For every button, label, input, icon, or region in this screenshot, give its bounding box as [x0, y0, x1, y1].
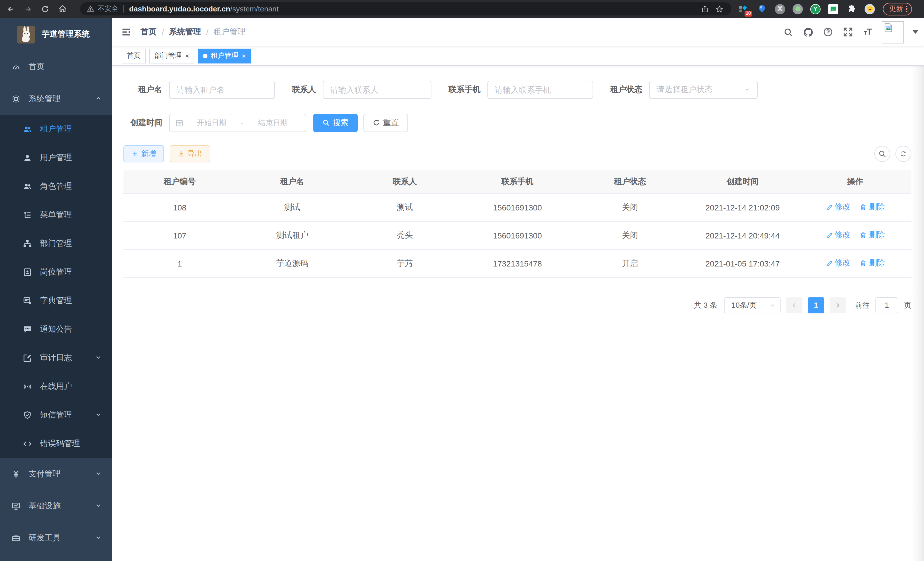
- fullscreen-icon[interactable]: [842, 26, 854, 38]
- font-size-icon[interactable]: [862, 26, 874, 38]
- edit-link[interactable]: 修改: [825, 258, 850, 268]
- cell-actions: 修改 删除: [799, 221, 911, 249]
- browser-update-button[interactable]: 更新: [883, 3, 912, 15]
- contact-label: 联系人: [292, 84, 316, 95]
- page-number-1[interactable]: 1: [808, 297, 824, 313]
- sidebar-item-infra[interactable]: 基础设施: [0, 490, 112, 522]
- sidebar-item-devtools[interactable]: 研发工具: [0, 522, 112, 554]
- mobile-input[interactable]: [495, 85, 586, 94]
- table-row: 1 芋道源码 芋艿 17321315478 开启 2021-01-05 17:0…: [123, 249, 911, 277]
- tab-label: 租户管理: [211, 51, 238, 61]
- sidebar-item-menu[interactable]: 菜单管理: [0, 201, 112, 229]
- sidebar-item-dept[interactable]: 部门管理: [0, 229, 112, 258]
- sidebar-item-label: 审计日志: [40, 353, 72, 363]
- browser-home-button[interactable]: [54, 0, 71, 18]
- app-title: 芋道管理系统: [42, 29, 90, 39]
- browser-back-button[interactable]: [2, 0, 20, 18]
- extension-chat-icon[interactable]: [828, 4, 838, 14]
- table-search-toggle-icon[interactable]: [874, 146, 890, 162]
- extension-balloon-icon[interactable]: [756, 3, 767, 15]
- reset-button[interactable]: 重置: [363, 114, 408, 132]
- tree-list-icon: [23, 211, 32, 220]
- tab-tenant-active[interactable]: 租户管理 ×: [198, 48, 251, 63]
- table-refresh-icon[interactable]: [896, 146, 911, 162]
- extension-smiley-icon[interactable]: [865, 4, 875, 14]
- address-bar[interactable]: 不安全 dashboard.yudao.iocoder.cn/system/te…: [80, 2, 731, 15]
- next-page-button[interactable]: [830, 297, 846, 313]
- sidebar-item-online-users[interactable]: 在线用户: [0, 372, 112, 401]
- sidebar-collapse-icon[interactable]: [112, 18, 141, 46]
- url-text[interactable]: dashboard.yudao.iocoder.cn/system/tenant: [129, 5, 697, 13]
- code-icon: [23, 439, 32, 448]
- browser-reload-button[interactable]: [37, 0, 54, 18]
- sidebar-item-post[interactable]: 岗位管理: [0, 258, 112, 287]
- sidebar-item-home[interactable]: 首页: [0, 51, 112, 83]
- breadcrumb-home[interactable]: 首页: [141, 27, 157, 37]
- extension-collection-icon[interactable]: 10: [737, 3, 748, 15]
- status-select[interactable]: 请选择租户状态: [649, 80, 758, 99]
- sidebar-item-user[interactable]: 用户管理: [0, 144, 112, 172]
- tenant-table: 租户编号 租户名 联系人 联系手机 租户状态 创建时间 操作 108 测试 测试…: [123, 170, 911, 278]
- breadcrumb-system[interactable]: 系统管理: [169, 27, 201, 37]
- share-icon[interactable]: [697, 5, 712, 13]
- omnibox-divider: [123, 5, 124, 13]
- browser-forward-button[interactable]: [20, 0, 37, 18]
- edit-log-icon: [23, 353, 32, 362]
- edit-link[interactable]: 修改: [825, 202, 850, 212]
- sidebar-item-role[interactable]: 角色管理: [0, 172, 112, 201]
- delete-link[interactable]: 删除: [860, 202, 885, 212]
- sidebar-item-sms[interactable]: 短信管理: [0, 401, 112, 429]
- bookmark-star-icon[interactable]: [712, 5, 727, 13]
- insecure-warning-icon: [87, 5, 94, 13]
- app-logo: [17, 26, 35, 43]
- github-icon[interactable]: [802, 26, 814, 38]
- page-size-select[interactable]: 10条/页: [724, 297, 781, 313]
- sidebar-item-system[interactable]: 系统管理: [0, 83, 112, 115]
- sidebar-item-pay[interactable]: 支付管理: [0, 458, 112, 490]
- sidebar-item-dict[interactable]: 字典管理: [0, 287, 112, 315]
- date-range-picker[interactable]: 开始日期 - 结束日期: [169, 114, 306, 132]
- tenant-name-input[interactable]: [177, 85, 267, 94]
- extension-y-icon[interactable]: Y: [810, 4, 820, 14]
- chevron-down-icon: [95, 534, 102, 543]
- sidebar-item-errcode[interactable]: 错误码管理: [0, 429, 112, 458]
- browser-menu-icon[interactable]: [906, 6, 907, 12]
- sidebar-item-label: 在线用户: [40, 381, 72, 392]
- extension-command-icon[interactable]: ⌘: [775, 4, 785, 14]
- person-icon: [23, 153, 32, 162]
- app-logo-row[interactable]: 芋道管理系统: [0, 18, 112, 51]
- status-select-placeholder: 请选择租户状态: [657, 84, 712, 95]
- export-button[interactable]: 导出: [170, 145, 210, 162]
- extension-recorder-icon[interactable]: [793, 4, 803, 14]
- edit-link[interactable]: 修改: [825, 230, 850, 241]
- cell-id: 107: [123, 221, 236, 249]
- delete-link[interactable]: 删除: [860, 258, 885, 268]
- avatar-broken-image[interactable]: [882, 21, 904, 43]
- avatar-dropdown-caret[interactable]: [913, 30, 918, 34]
- contact-input[interactable]: [330, 85, 424, 94]
- tab-close-icon[interactable]: ×: [185, 52, 189, 59]
- delete-link[interactable]: 删除: [860, 230, 885, 241]
- security-label[interactable]: 不安全: [98, 4, 118, 14]
- goto-page-input[interactable]: [875, 297, 898, 313]
- cell-mobile: 15601691300: [461, 193, 574, 221]
- header-search-icon[interactable]: [782, 26, 794, 38]
- sidebar-item-audit-log[interactable]: 审计日志: [0, 344, 112, 372]
- prev-page-button[interactable]: [786, 297, 802, 313]
- calendar-icon: [176, 119, 183, 127]
- tab-close-icon[interactable]: ×: [242, 52, 246, 59]
- tab-dept[interactable]: 部门管理 ×: [149, 48, 194, 63]
- sidebar-item-notice[interactable]: 通知公告: [0, 315, 112, 344]
- people-icon: [23, 182, 32, 191]
- table-header-row: 租户编号 租户名 联系人 联系手机 租户状态 创建时间 操作: [123, 170, 911, 193]
- extension-puzzle-icon[interactable]: [846, 3, 857, 15]
- help-icon[interactable]: [822, 26, 834, 38]
- tab-home[interactable]: 首页: [122, 48, 146, 63]
- add-button[interactable]: 新增: [123, 145, 164, 162]
- date-range-separator: -: [238, 118, 246, 127]
- sidebar-item-label: 通知公告: [40, 324, 72, 335]
- search-button[interactable]: 搜索: [313, 114, 358, 132]
- page-size-value: 10条/页: [731, 300, 757, 310]
- sidebar-item-tenant[interactable]: 租户管理: [0, 115, 112, 144]
- toolbox-icon: [11, 534, 21, 543]
